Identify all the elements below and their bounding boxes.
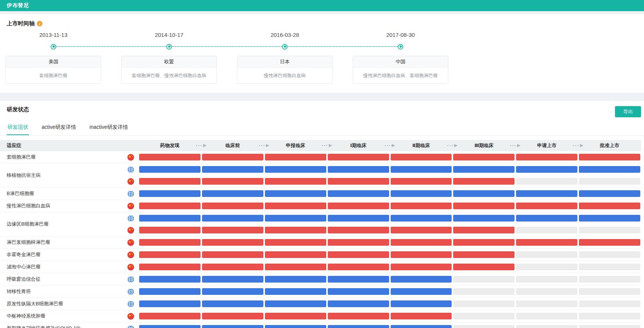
- progress-bar[interactable]: [265, 239, 326, 246]
- progress-bar[interactable]: [202, 154, 263, 160]
- progress-bar[interactable]: [579, 215, 640, 222]
- progress-bar[interactable]: [453, 178, 515, 185]
- progress-bar[interactable]: [139, 251, 201, 258]
- progress-bar[interactable]: [202, 251, 263, 258]
- progress-bar[interactable]: [265, 166, 326, 173]
- progress-bar[interactable]: [139, 190, 201, 197]
- progress-bar[interactable]: [202, 325, 263, 328]
- progress-bar[interactable]: [516, 203, 577, 209]
- progress-bar[interactable]: [453, 166, 515, 173]
- progress-bar[interactable]: [202, 166, 263, 173]
- progress-bar[interactable]: [139, 313, 201, 319]
- progress-bar[interactable]: [202, 300, 263, 307]
- progress-bar[interactable]: [139, 203, 201, 209]
- progress-bar[interactable]: [265, 190, 326, 197]
- tab-rd-status[interactable]: 研发现状: [7, 122, 29, 135]
- progress-bar[interactable]: [202, 190, 263, 197]
- progress-bar[interactable]: [391, 166, 452, 173]
- progress-bar[interactable]: [391, 251, 452, 258]
- export-button[interactable]: 导出: [615, 106, 641, 117]
- tab-active-details[interactable]: active研发详情: [41, 122, 77, 135]
- progress-bar[interactable]: [516, 166, 577, 173]
- progress-bar[interactable]: [202, 276, 263, 283]
- progress-bar[interactable]: [391, 288, 452, 295]
- progress-bar[interactable]: [265, 288, 326, 295]
- progress-bar[interactable]: [453, 251, 515, 258]
- progress-bar[interactable]: [516, 215, 577, 222]
- progress-bar[interactable]: [579, 166, 640, 173]
- progress-bar[interactable]: [328, 178, 389, 185]
- progress-bar[interactable]: [328, 325, 389, 328]
- progress-bar[interactable]: [328, 264, 389, 270]
- progress-bar[interactable]: [139, 166, 201, 173]
- progress-bar[interactable]: [391, 239, 452, 246]
- progress-bar[interactable]: [328, 227, 389, 233]
- progress-bar[interactable]: [391, 264, 452, 270]
- progress-bar[interactable]: [265, 300, 326, 307]
- progress-bar[interactable]: [328, 276, 389, 283]
- progress-bar[interactable]: [579, 203, 640, 209]
- progress-bar[interactable]: [202, 288, 263, 295]
- progress-bar[interactable]: [579, 239, 640, 246]
- progress-bar[interactable]: [328, 239, 389, 246]
- progress-bar[interactable]: [265, 276, 326, 283]
- progress-bar[interactable]: [579, 154, 640, 160]
- progress-bar[interactable]: [202, 313, 263, 319]
- progress-bar[interactable]: [391, 313, 452, 319]
- progress-bar[interactable]: [391, 190, 452, 197]
- progress-bar[interactable]: [453, 239, 515, 246]
- progress-bar[interactable]: [453, 190, 515, 197]
- progress-bar[interactable]: [453, 227, 515, 233]
- progress-bar[interactable]: [265, 154, 326, 160]
- progress-bar[interactable]: [202, 215, 263, 222]
- progress-bar[interactable]: [391, 215, 452, 222]
- progress-bar[interactable]: [202, 264, 263, 270]
- progress-bar[interactable]: [391, 178, 452, 185]
- progress-bar[interactable]: [202, 203, 263, 209]
- progress-bar[interactable]: [516, 154, 577, 160]
- progress-bar[interactable]: [328, 154, 389, 160]
- progress-bar[interactable]: [139, 300, 201, 307]
- progress-bar[interactable]: [328, 313, 389, 319]
- progress-bar[interactable]: [139, 325, 201, 328]
- progress-bar[interactable]: [328, 166, 389, 173]
- progress-bar[interactable]: [139, 178, 201, 185]
- progress-bar[interactable]: [453, 215, 515, 222]
- progress-bar[interactable]: [516, 239, 577, 246]
- progress-bar[interactable]: [391, 227, 452, 233]
- progress-bar[interactable]: [453, 154, 515, 160]
- progress-bar[interactable]: [453, 203, 515, 209]
- progress-bar[interactable]: [328, 300, 389, 307]
- progress-bar[interactable]: [453, 264, 515, 270]
- progress-bar[interactable]: [265, 178, 326, 185]
- progress-bar[interactable]: [265, 227, 326, 233]
- progress-bar[interactable]: [328, 215, 389, 222]
- info-icon[interactable]: [37, 21, 42, 26]
- progress-bar[interactable]: [328, 251, 389, 258]
- progress-bar[interactable]: [139, 227, 201, 233]
- progress-bar[interactable]: [328, 203, 389, 209]
- progress-bar[interactable]: [202, 239, 263, 246]
- progress-bar[interactable]: [139, 239, 201, 246]
- progress-bar[interactable]: [265, 251, 326, 258]
- progress-bar[interactable]: [391, 154, 452, 160]
- progress-bar[interactable]: [516, 190, 577, 197]
- progress-bar[interactable]: [391, 300, 452, 307]
- progress-bar[interactable]: [579, 190, 640, 197]
- progress-bar[interactable]: [265, 325, 326, 328]
- progress-bar[interactable]: [139, 288, 201, 295]
- progress-bar[interactable]: [391, 276, 452, 283]
- progress-bar[interactable]: [265, 215, 326, 222]
- progress-bar[interactable]: [265, 264, 326, 270]
- progress-bar[interactable]: [139, 215, 201, 222]
- progress-bar[interactable]: [265, 203, 326, 209]
- progress-bar[interactable]: [139, 154, 201, 160]
- progress-bar[interactable]: [265, 313, 326, 319]
- progress-bar[interactable]: [139, 276, 201, 283]
- progress-bar[interactable]: [328, 190, 389, 197]
- progress-bar[interactable]: [202, 178, 263, 185]
- progress-bar[interactable]: [328, 288, 389, 295]
- progress-bar[interactable]: [391, 203, 452, 209]
- progress-bar[interactable]: [139, 264, 201, 270]
- tab-inactive-details[interactable]: inactive研发详情: [89, 122, 129, 135]
